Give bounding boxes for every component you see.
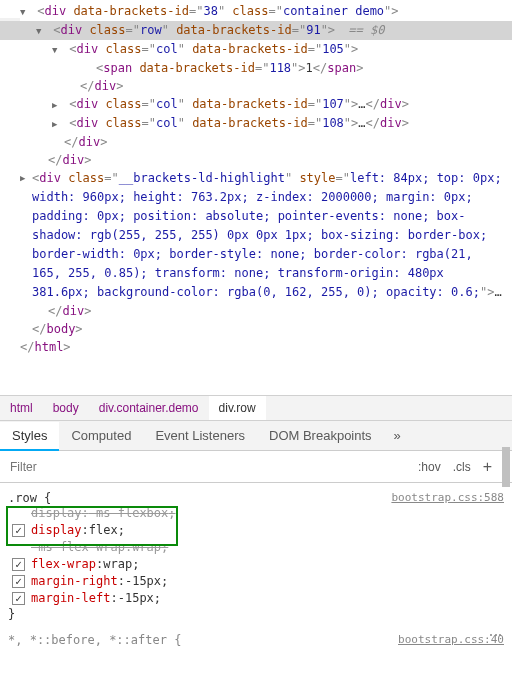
breadcrumb: html body div.container.demo div.row [0, 395, 512, 421]
tab-computed[interactable]: Computed [59, 421, 143, 450]
expand-arrow-icon[interactable]: ▼ [20, 3, 30, 21]
tree-node-close[interactable]: </div> [0, 77, 512, 95]
expand-arrow-icon[interactable]: ▼ [52, 41, 62, 59]
property-checkbox[interactable]: ✓ [12, 575, 25, 588]
css-property[interactable]: ✓ margin-left: -15px; [12, 590, 504, 607]
add-rule-button[interactable]: + [477, 458, 498, 476]
expand-arrow-icon[interactable]: ▼ [36, 22, 46, 40]
rule-close: } [8, 607, 504, 621]
crumb-container[interactable]: div.container.demo [89, 396, 209, 420]
tree-node-close[interactable]: </body> [0, 320, 512, 338]
property-checkbox[interactable]: ✓ [12, 592, 25, 605]
tab-dom-breakpoints[interactable]: DOM Breakpoints [257, 421, 384, 450]
styles-filter-row: :hov .cls + [0, 451, 512, 483]
property-checkbox[interactable]: ✓ [12, 558, 25, 571]
rule-header: .row { bootstrap.css:588 [8, 491, 504, 505]
rule-selector[interactable]: *, *::before, *::after { [8, 633, 181, 647]
tree-node[interactable]: ▼ <div data-brackets-id="38" class="cont… [0, 2, 512, 21]
styles-panel: .row { bootstrap.css:588 display: -ms-fl… [0, 483, 512, 673]
source-link[interactable]: bootstrap.css:588 [391, 491, 504, 505]
tree-node[interactable]: ▼ <div class="col" data-brackets-id="105… [0, 40, 512, 59]
property-checkbox[interactable]: ✓ [12, 524, 25, 537]
tree-node-selected[interactable]: ▼ <div class="row" data-brackets-id="91"… [0, 21, 512, 40]
more-menu-icon[interactable]: ⋮ [488, 628, 504, 643]
expand-arrow-icon[interactable]: ▶ [52, 115, 62, 133]
tree-node-close[interactable]: </div> [0, 151, 512, 169]
rule-header: *, *::before, *::after { bootstrap.css:4… [8, 631, 504, 647]
hov-toggle[interactable]: :hov [412, 460, 447, 474]
tree-node[interactable]: ▶ <div class="col" data-brackets-id="107… [0, 95, 512, 114]
tab-styles[interactable]: Styles [0, 422, 59, 451]
sidebar-tabs: Styles Computed Event Listeners DOM Brea… [0, 421, 512, 451]
tabs-overflow-icon[interactable]: » [384, 428, 411, 443]
css-property[interactable]: ✓ display: flex; [12, 522, 504, 539]
crumb-html[interactable]: html [0, 396, 43, 420]
rule-selector[interactable]: .row { [8, 491, 51, 505]
expand-arrow-icon[interactable]: ▶ [52, 96, 62, 114]
expand-arrow-icon[interactable]: ▶ [20, 169, 30, 187]
tree-node[interactable]: <span data-brackets-id="118">1</span> [0, 59, 512, 77]
tree-node[interactable]: ▶ <div class="col" data-brackets-id="108… [0, 114, 512, 133]
crumb-body[interactable]: body [43, 396, 89, 420]
css-property[interactable]: display: -ms-flexbox; [12, 505, 504, 522]
tab-event-listeners[interactable]: Event Listeners [143, 421, 257, 450]
elements-tree[interactable]: ··· ▼ <div data-brackets-id="38" class="… [0, 0, 512, 395]
selected-node-marker: == $0 [348, 23, 384, 37]
tree-node-close[interactable]: </div> [0, 133, 512, 151]
cls-toggle[interactable]: .cls [447, 460, 477, 474]
crumb-row[interactable]: div.row [209, 396, 266, 420]
css-property[interactable]: ✓ margin-right: -15px; [12, 573, 504, 590]
scrollbar-icon[interactable] [502, 447, 510, 487]
tree-node-close[interactable]: </div> [0, 302, 512, 320]
styles-filter-input[interactable] [0, 451, 412, 482]
css-property[interactable]: -ms-flex-wrap: wrap; [12, 539, 504, 556]
tree-node[interactable]: ▶ <div class="__brackets-ld-highlight" s… [0, 169, 512, 302]
tree-node-close[interactable]: </html> [0, 338, 512, 356]
css-property[interactable]: ✓ flex-wrap: wrap; [12, 556, 504, 573]
